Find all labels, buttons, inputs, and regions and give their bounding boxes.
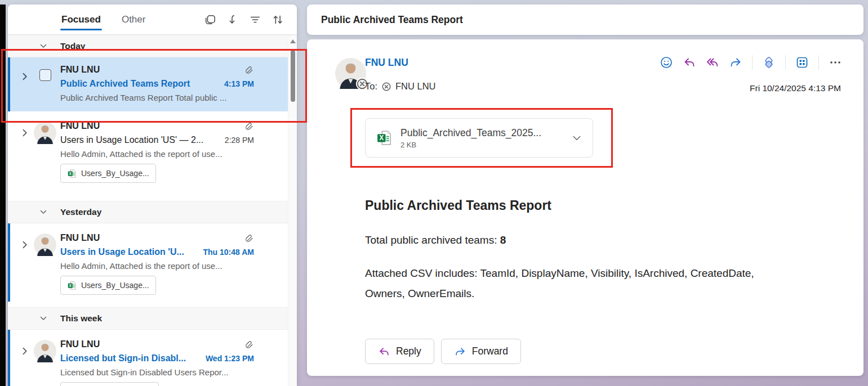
group-label: Today xyxy=(60,41,86,51)
toolbar-divider xyxy=(818,55,819,70)
attachment-chip-name: Users_By_Usage... xyxy=(81,169,149,178)
excel-file-icon: X xyxy=(67,169,77,178)
sender-avatar[interactable] xyxy=(335,58,366,89)
arrow-down-icon[interactable] xyxy=(226,14,239,26)
mail-sender: FNU LNU xyxy=(60,231,240,245)
unread-indicator-bar xyxy=(8,330,10,386)
expand-chevron-icon[interactable] xyxy=(20,63,29,105)
mail-time: Wed 1:23 PM xyxy=(206,354,254,363)
list-scrollbar[interactable] xyxy=(288,35,297,386)
forward-icon[interactable] xyxy=(729,56,742,69)
avatar xyxy=(34,122,56,144)
message-action-icons xyxy=(660,55,842,70)
reactions-smiley-icon[interactable] xyxy=(660,56,673,69)
mail-time: Thu 10:48 AM xyxy=(203,248,255,257)
chevron-down-icon xyxy=(39,208,47,216)
reply-icon[interactable] xyxy=(683,56,696,69)
mail-sender: FNU LNU xyxy=(60,119,240,133)
group-header-this-week[interactable]: This week xyxy=(8,307,297,330)
reply-all-icon[interactable] xyxy=(706,56,719,69)
select-message-checkbox[interactable] xyxy=(39,69,51,81)
loop-icon[interactable] xyxy=(762,56,776,69)
expand-chevron-icon[interactable] xyxy=(20,338,29,386)
chevron-down-icon xyxy=(39,315,47,322)
forward-icon xyxy=(454,345,466,358)
reply-button[interactable]: Reply xyxy=(365,339,434,364)
excel-file-icon: X xyxy=(67,281,77,290)
email-body-csv-line: Attached CSV includes: TeamId, DisplayNa… xyxy=(365,263,754,304)
select-icon[interactable] xyxy=(204,14,216,26)
mail-sender: FNU LNU xyxy=(60,63,240,77)
unread-indicator-bar xyxy=(8,223,10,302)
sort-icon[interactable] xyxy=(271,14,284,26)
mail-preview: Licensed but Sign-in Disabled Users Repo… xyxy=(60,365,254,379)
mail-subject: Users in Usage Location 'U... xyxy=(60,245,199,259)
reply-actions: Reply Forward xyxy=(365,339,521,364)
message-list-tabbar: Focused Other xyxy=(8,5,297,35)
email-body-heading: Public Archived Teams Report xyxy=(365,198,551,213)
to-recipient[interactable]: FNU LNU xyxy=(395,81,436,92)
attachment-chip-name: Users_By_Usage... xyxy=(81,281,149,290)
message-subject-title: Public Archived Teams Report xyxy=(321,14,463,26)
attachment-chip[interactable] xyxy=(60,382,159,386)
mail-time: 4:13 PM xyxy=(224,79,254,88)
toolbar-divider xyxy=(785,55,786,70)
more-options-icon[interactable] xyxy=(829,56,842,69)
attachment-paperclip-icon xyxy=(244,122,254,131)
apps-icon[interactable] xyxy=(795,56,809,69)
group-header-today[interactable]: Today xyxy=(8,35,297,57)
reply-icon xyxy=(378,345,390,358)
mail-preview: Public Archived Teams Report Total publi… xyxy=(60,91,254,105)
attachment-paperclip-icon xyxy=(244,65,254,75)
avatar xyxy=(34,234,56,256)
avatar xyxy=(34,340,56,362)
scrollbar-thumb[interactable] xyxy=(291,50,295,102)
sender-name-link[interactable]: FNU LNU xyxy=(365,57,408,69)
excel-file-icon: X xyxy=(376,129,393,146)
mail-subject: Users in Usage Location 'US' — 2... xyxy=(60,133,220,147)
message-list-panel: Focused Other Today xyxy=(8,5,297,386)
expand-chevron-icon[interactable] xyxy=(20,231,29,295)
svg-text:X: X xyxy=(379,134,384,142)
mail-subject: Licensed but Sign-in Disabl... xyxy=(60,351,201,365)
mail-subject: Public Archived Teams Report xyxy=(60,77,220,91)
chevron-down-icon xyxy=(39,42,47,50)
attachment-paperclip-icon xyxy=(244,340,254,349)
mail-item-public-archived-teams-report[interactable]: FNU LNU Public Archived Teams Report 4:1… xyxy=(8,57,297,111)
svg-text:X: X xyxy=(69,171,72,175)
unread-indicator-bar xyxy=(8,57,10,111)
list-toolbar xyxy=(204,5,284,35)
background-window-edge xyxy=(0,5,6,386)
svg-text:X: X xyxy=(69,283,72,287)
mail-item-licensed-signin-disabled[interactable]: FNU LNU Licensed but Sign-in Disabl... W… xyxy=(8,330,297,386)
reading-pane: FNU LNU To: FNU LNU Fri 10/24/2025 4:13 … xyxy=(307,39,863,376)
message-timestamp: Fri 10/24/2025 4:13 PM xyxy=(750,83,841,93)
group-label: This week xyxy=(60,313,102,324)
chevron-down-icon[interactable] xyxy=(571,132,582,143)
attachment-chip[interactable]: X Users_By_Usage... xyxy=(60,276,156,295)
attachment-chip[interactable]: X Users_By_Usage... xyxy=(60,164,156,183)
expand-chevron-icon[interactable] xyxy=(20,119,29,183)
attachment-filesize: 2 KB xyxy=(400,141,541,149)
mail-item-users-usage-location-u[interactable]: FNU LNU Users in Usage Location 'U... Th… xyxy=(8,223,297,302)
email-body-total-line: Total public archived teams: 8 xyxy=(365,234,506,246)
attachment-card[interactable]: X Public_Archived_Teams_2025... 2 KB xyxy=(365,118,593,158)
mail-time: 2:28 PM xyxy=(225,136,254,145)
external-sender-icon xyxy=(381,82,391,92)
group-header-yesterday[interactable]: Yesterday xyxy=(8,201,297,223)
mail-preview: Hello Admin, Attached is the report of u… xyxy=(60,147,254,161)
reading-pane-subject-bar: Public Archived Teams Report xyxy=(307,5,863,35)
mail-item-users-usage-location-us[interactable]: FNU LNU Users in Usage Location 'US' — 2… xyxy=(8,111,297,190)
scroll-up-icon[interactable] xyxy=(290,39,296,43)
mail-sender: FNU LNU xyxy=(60,338,240,351)
forward-button[interactable]: Forward xyxy=(441,339,521,364)
to-label: To: xyxy=(365,81,377,92)
mail-preview: Hello Admin, Attached is the report of u… xyxy=(60,259,254,273)
tab-other[interactable]: Other xyxy=(121,6,147,34)
tab-focused[interactable]: Focused xyxy=(60,6,102,34)
group-label: Yesterday xyxy=(60,207,101,217)
to-line: To: FNU LNU xyxy=(365,81,436,92)
attachment-paperclip-icon xyxy=(244,234,254,243)
filter-icon[interactable] xyxy=(249,14,261,26)
total-teams-value: 8 xyxy=(500,234,506,246)
